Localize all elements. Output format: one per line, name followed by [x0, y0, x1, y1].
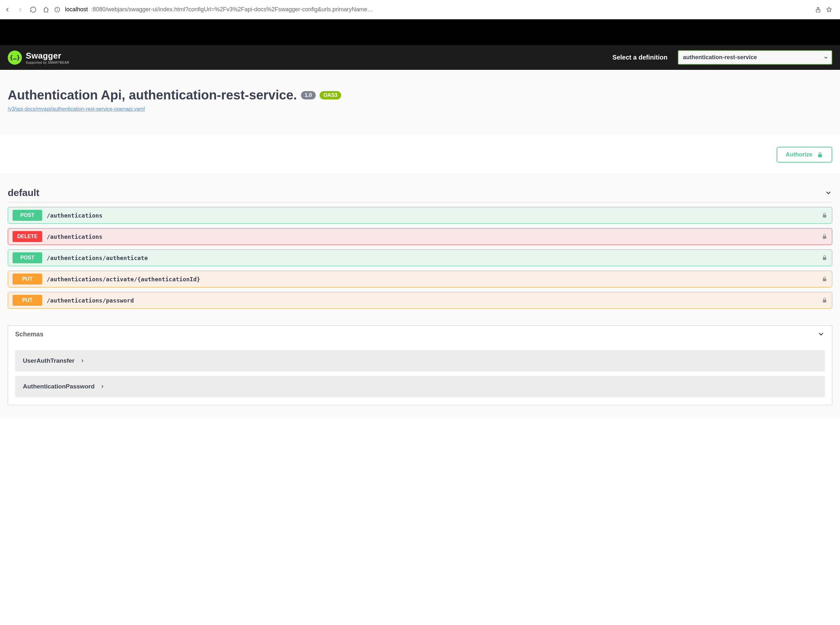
- schemas-section: Schemas UserAuthTransferAuthenticationPa…: [8, 325, 832, 405]
- tag-header[interactable]: default: [8, 187, 832, 202]
- swagger-logo[interactable]: {…} Swagger Supported by SMARTBEAR: [8, 51, 69, 65]
- api-spec-link[interactable]: /v3/api-docs/myapi/authentication-rest-s…: [8, 106, 145, 112]
- operation-row[interactable]: POST/authentications/authenticate: [8, 249, 832, 266]
- schema-item[interactable]: AuthenticationPassword: [15, 376, 825, 397]
- lock-icon: [817, 152, 823, 158]
- chevron-down-icon: [817, 330, 825, 338]
- forward-icon: [17, 6, 24, 13]
- black-band: [0, 19, 840, 45]
- method-badge: POST: [12, 252, 42, 263]
- tag-name: default: [8, 187, 39, 198]
- definition-selected-value: authentication-rest-service: [683, 54, 757, 61]
- browser-toolbar: localhost:8080/webjars/swagger-ui/index.…: [0, 0, 840, 19]
- operation-row[interactable]: PUT/authentications/password: [8, 292, 832, 309]
- definition-select[interactable]: authentication-rest-service: [678, 50, 832, 65]
- lock-icon[interactable]: [822, 234, 828, 239]
- schemas-header[interactable]: Schemas: [8, 326, 832, 342]
- brand-sub: Supported by SMARTBEAR: [26, 61, 69, 64]
- tag-section: default POST/authenticationsDELETE/authe…: [8, 174, 832, 309]
- swagger-logo-icon: {…}: [8, 51, 22, 65]
- lock-icon[interactable]: [822, 255, 828, 261]
- home-icon[interactable]: [42, 6, 50, 13]
- authorize-section: Authorize: [0, 135, 840, 174]
- operation-path: /authentications: [47, 233, 817, 240]
- operation-path: /authentications: [47, 212, 817, 219]
- share-icon[interactable]: [815, 6, 821, 13]
- reload-icon[interactable]: [30, 6, 37, 13]
- back-icon[interactable]: [4, 6, 11, 13]
- url-bar[interactable]: localhost:8080/webjars/swagger-ui/index.…: [65, 6, 810, 13]
- schema-name: UserAuthTransfer: [23, 357, 75, 364]
- authorize-label: Authorize: [786, 151, 812, 158]
- url-host: localhost: [65, 6, 88, 13]
- operation-path: /authentications/password: [47, 297, 817, 304]
- url-path: :8080/webjars/swagger-ui/index.html?conf…: [91, 6, 373, 13]
- operation-path: /authentications/authenticate: [47, 255, 817, 261]
- method-badge: PUT: [12, 274, 42, 285]
- authorize-button[interactable]: Authorize: [776, 147, 832, 163]
- chevron-down-icon: [823, 55, 828, 60]
- svg-point-2: [57, 8, 58, 9]
- operation-row[interactable]: PUT/authentications/activate/{authentica…: [8, 271, 832, 288]
- chevron-right-icon: [80, 358, 85, 363]
- star-icon[interactable]: [826, 6, 832, 13]
- api-title: Authentication Api, authentication-rest-…: [8, 88, 297, 103]
- operation-path: /authentications/activate/{authenticatio…: [47, 276, 817, 283]
- method-badge: DELETE: [12, 231, 42, 242]
- oas-badge: OAS3: [320, 91, 341, 100]
- chevron-right-icon: [100, 384, 105, 389]
- schemas-title: Schemas: [15, 331, 44, 338]
- api-header: Authentication Api, authentication-rest-…: [0, 70, 840, 135]
- operation-row[interactable]: POST/authentications: [8, 207, 832, 224]
- method-badge: POST: [12, 210, 42, 221]
- method-badge: PUT: [12, 295, 42, 306]
- lock-icon[interactable]: [822, 212, 828, 218]
- lock-icon[interactable]: [822, 276, 828, 282]
- info-icon[interactable]: [54, 6, 61, 13]
- brand-name: Swagger: [26, 51, 69, 61]
- operation-row[interactable]: DELETE/authentications: [8, 228, 832, 245]
- schema-name: AuthenticationPassword: [23, 383, 95, 390]
- api-version-badge: 1.0: [301, 91, 316, 100]
- chevron-down-icon: [824, 189, 832, 197]
- definition-select-label: Select a definition: [613, 54, 667, 61]
- swagger-topbar: {…} Swagger Supported by SMARTBEAR Selec…: [0, 45, 840, 70]
- schema-item[interactable]: UserAuthTransfer: [15, 350, 825, 372]
- lock-icon[interactable]: [822, 297, 828, 303]
